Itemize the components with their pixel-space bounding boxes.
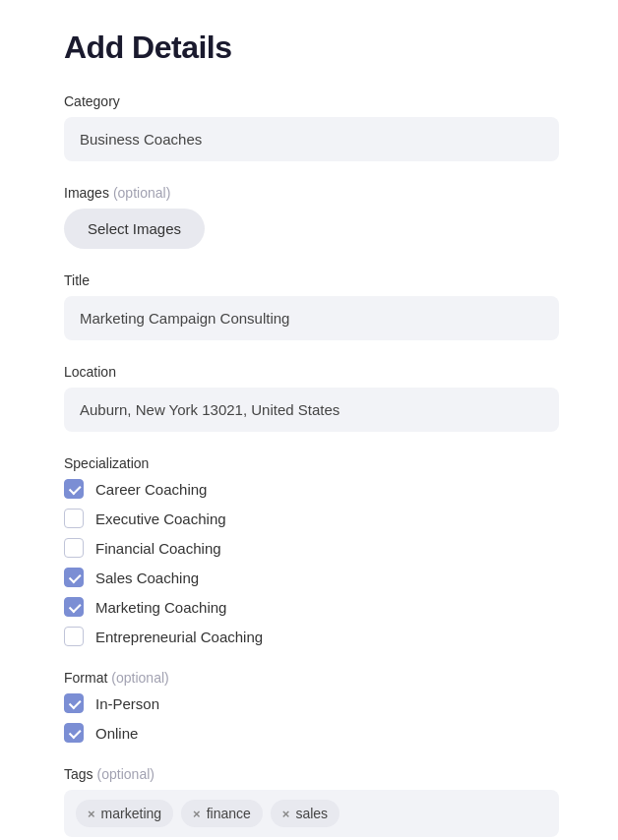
page-container: Add Details Category Images(optional) Se… xyxy=(0,0,618,840)
location-field-group: Location xyxy=(64,364,559,432)
tag-remove-sales[interactable]: × xyxy=(282,807,290,821)
checkbox-box-financial-coaching[interactable] xyxy=(64,538,84,558)
tag-label-sales: sales xyxy=(295,806,328,821)
checkbox-item-marketing-coaching[interactable]: Marketing Coaching xyxy=(64,597,559,617)
tag-remove-marketing[interactable]: × xyxy=(88,807,95,821)
checkbox-box-online[interactable] xyxy=(64,723,84,743)
checkbox-label-marketing-coaching: Marketing Coaching xyxy=(95,599,226,616)
checkbox-label-in-person: In-Person xyxy=(95,695,159,712)
images-label: Images(optional) xyxy=(64,185,559,201)
tag-remove-finance[interactable]: × xyxy=(193,807,201,821)
checkbox-box-sales-coaching[interactable] xyxy=(64,568,84,587)
checkbox-item-in-person[interactable]: In-Person xyxy=(64,693,559,713)
tag-label-finance: finance xyxy=(207,806,251,821)
checkbox-item-online[interactable]: Online xyxy=(64,723,559,743)
images-field-group: Images(optional) Select Images xyxy=(64,185,559,249)
checkbox-box-executive-coaching[interactable] xyxy=(64,509,84,528)
format-field-group: Format(optional) In-Person Online xyxy=(64,670,559,743)
checkbox-label-sales-coaching: Sales Coaching xyxy=(95,570,199,586)
checkbox-label-career-coaching: Career Coaching xyxy=(95,481,207,498)
tag-sales[interactable]: × sales xyxy=(271,800,340,827)
checkbox-box-in-person[interactable] xyxy=(64,693,84,713)
tag-label-marketing: marketing xyxy=(101,806,161,821)
checkbox-box-entrepreneurial-coaching[interactable] xyxy=(64,627,84,646)
tags-container: × marketing × finance × sales xyxy=(64,790,559,837)
category-label: Category xyxy=(64,93,559,109)
checkbox-label-financial-coaching: Financial Coaching xyxy=(95,540,221,557)
checkbox-item-entrepreneurial-coaching[interactable]: Entrepreneurial Coaching xyxy=(64,627,559,646)
checkbox-item-sales-coaching[interactable]: Sales Coaching xyxy=(64,568,559,587)
specialization-field-group: Specialization Career Coaching Executive… xyxy=(64,455,559,646)
category-input[interactable] xyxy=(64,117,559,161)
tag-marketing[interactable]: × marketing xyxy=(76,800,173,827)
tags-field-group: Tags(optional) × marketing × finance × s… xyxy=(64,766,559,837)
checkbox-box-career-coaching[interactable] xyxy=(64,479,84,499)
checkbox-label-executive-coaching: Executive Coaching xyxy=(95,510,226,527)
location-input[interactable] xyxy=(64,388,559,432)
checkbox-item-career-coaching[interactable]: Career Coaching xyxy=(64,479,559,499)
location-label: Location xyxy=(64,364,559,380)
tags-label: Tags(optional) xyxy=(64,766,559,782)
specialization-label: Specialization xyxy=(64,455,559,471)
format-checkbox-list: In-Person Online xyxy=(64,693,559,743)
title-label: Title xyxy=(64,272,559,288)
page-title: Add Details xyxy=(64,30,559,66)
checkbox-label-online: Online xyxy=(95,725,138,742)
tag-finance[interactable]: × finance xyxy=(181,800,263,827)
category-field-group: Category xyxy=(64,93,559,161)
checkbox-item-executive-coaching[interactable]: Executive Coaching xyxy=(64,509,559,528)
title-field-group: Title xyxy=(64,272,559,340)
checkbox-label-entrepreneurial-coaching: Entrepreneurial Coaching xyxy=(95,629,263,645)
select-images-button[interactable]: Select Images xyxy=(64,209,205,249)
title-input[interactable] xyxy=(64,296,559,340)
format-label: Format(optional) xyxy=(64,670,559,686)
specialization-checkbox-list: Career Coaching Executive Coaching Finan… xyxy=(64,479,559,646)
checkbox-box-marketing-coaching[interactable] xyxy=(64,597,84,617)
checkbox-item-financial-coaching[interactable]: Financial Coaching xyxy=(64,538,559,558)
